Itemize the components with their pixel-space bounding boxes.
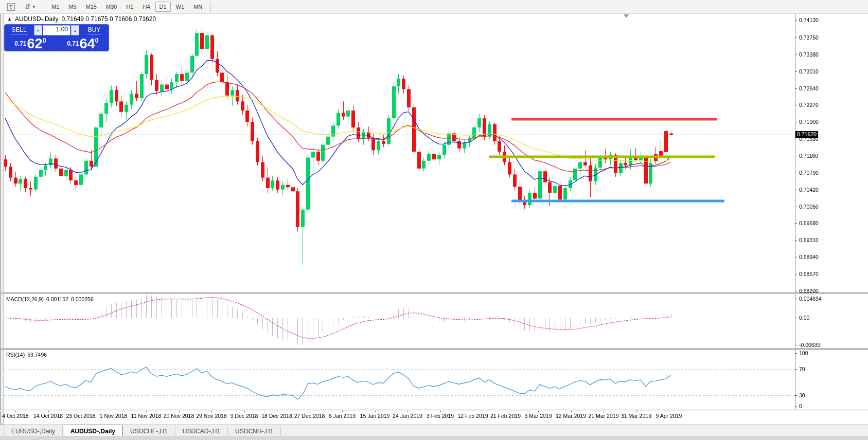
timeframe-h1[interactable]: H1: [122, 2, 137, 12]
date-label: 3 Feb 2019: [422, 413, 458, 419]
price-axis-label: 0.70420: [799, 187, 819, 193]
price-axis-label: 0.71160: [799, 153, 818, 159]
date-label: 20 Nov 2018: [161, 413, 197, 419]
date-label: 12 Feb 2019: [455, 413, 491, 419]
date-label: 4 Oct 2018: [0, 413, 33, 419]
symbol-period-label: AUDUSD-,Daily: [15, 15, 59, 23]
volume-decrease-button[interactable]: ▼: [34, 25, 42, 35]
timeframe-w1[interactable]: W1: [172, 2, 189, 12]
price-axis-label: 0.73010: [799, 68, 819, 75]
macd-axis-label: -0.00639: [799, 342, 820, 348]
date-label: 12 Mar 2019: [553, 413, 589, 419]
rsi-axis-label: 100: [799, 350, 808, 356]
cursor-mode-button[interactable]: ⇵ ▼: [22, 1, 39, 12]
current-price-tag: 0.71620: [795, 131, 818, 138]
rsi-axis-label: 70: [799, 366, 805, 372]
price-axis-label: 0.70050: [799, 204, 819, 210]
price-axis-label: 0.70790: [799, 170, 819, 176]
timeframe-group: M1M5M15M30H1H4D1W1MN: [47, 2, 207, 12]
date-label: 23 Oct 2018: [63, 413, 99, 419]
buy-button-label: BUY: [87, 26, 102, 34]
text-tool-icon: T: [7, 3, 15, 11]
chevron-down-icon: ▼: [32, 5, 36, 9]
price-axis-label: 0.71900: [799, 119, 819, 125]
timeframe-h4[interactable]: H4: [138, 2, 154, 12]
text-label-tool-button[interactable]: T: [4, 1, 17, 12]
date-label: 1 Nov 2018: [96, 413, 132, 419]
sell-price-big: 62: [27, 37, 43, 50]
tab-usdcadh1[interactable]: USDCAD-,H1: [175, 426, 228, 436]
macd-signal-value: 0.000256: [71, 296, 94, 302]
tab-usdchfh1[interactable]: USDCHF-,H1: [123, 426, 175, 436]
ohlc-values: 0.71649 0.71675 0.71606 0.71620: [62, 15, 156, 23]
price-axis-label: 0.73750: [799, 34, 819, 41]
date-label: 21 Feb 2019: [488, 413, 524, 419]
macd-label: MACD(12,26,9)0.0011520.000256: [6, 296, 94, 302]
price-axis-label: 0.69310: [799, 237, 819, 243]
chart-tab-bar: EURUSD-,DailyAUDUSD-,DailyUSDCHF-,H1USDC…: [0, 425, 868, 436]
date-label: 27 Dec 2018: [292, 413, 328, 419]
rsi-panel-splitter[interactable]: [0, 348, 868, 350]
date-label: 24 Jan 2019: [389, 413, 426, 419]
date-label: 29 Nov 2018: [193, 413, 229, 419]
volume-input[interactable]: 1.00: [43, 25, 70, 35]
macd-panel-splitter[interactable]: [0, 292, 868, 294]
price-axis-separator: [795, 14, 795, 410]
price-axis-label: 0.68570: [799, 271, 819, 277]
symbol-marker-icon: ▲: [7, 16, 12, 22]
tab-eurusddaily[interactable]: EURUSD-,Daily: [4, 426, 63, 436]
sell-price-prefix: 0.71: [14, 40, 26, 47]
rsi-axis-label: 30: [799, 392, 805, 398]
timeframe-m15[interactable]: M15: [82, 2, 101, 12]
date-label: 11 Nov 2018: [128, 413, 164, 419]
macd-name: MACD(12,26,9): [6, 296, 44, 302]
top-toolbar: T ⇵ ▼ M1M5M15M30H1H4D1W1MN: [0, 0, 868, 14]
date-label: 14 Oct 2018: [30, 413, 66, 419]
volume-increase-button[interactable]: ▲: [71, 25, 79, 35]
price-axis-label: 0.72640: [799, 85, 819, 91]
chart-shift-marker[interactable]: [624, 14, 629, 18]
price-axis-label: 0.73380: [799, 51, 819, 58]
price-axis-label: 0.68200: [799, 288, 819, 294]
mt4-window: T ⇵ ▼ M1M5M15M30H1H4D1W1MN ▲ AUDUSD-,Dai…: [0, 0, 868, 440]
timeframe-m5[interactable]: M5: [64, 2, 80, 12]
sell-button[interactable]: SELL: [5, 25, 33, 36]
date-label: 21 Mar 2019: [586, 413, 622, 419]
timeframe-m30[interactable]: M30: [102, 2, 121, 12]
toolbar-separator: [210, 2, 211, 12]
toolbar-separator: [43, 2, 43, 12]
price-axis-label: 0.72270: [799, 102, 819, 108]
rsi-value: 59.7496: [27, 352, 47, 358]
sell-price[interactable]: 0.71 62 0: [5, 36, 57, 51]
tab-audusddaily[interactable]: AUDUSD-,Daily: [63, 425, 123, 436]
buy-button[interactable]: BUY: [80, 25, 109, 36]
one-click-trading-panel: SELL ▼ 1.00 ▲ BUY 0.71 62 0 0.: [4, 24, 109, 51]
date-label: 9 Dec 2018: [226, 413, 262, 419]
window-left-border: [0, 14, 4, 425]
cursor-mode-icon: ⇵: [25, 3, 31, 11]
price-axis-label: 0.74130: [799, 17, 819, 23]
chart-canvas[interactable]: [0, 0, 868, 440]
macd-axis-label: 0.004694: [799, 296, 822, 302]
timeframe-d1[interactable]: D1: [155, 2, 171, 12]
date-axis-separator: [0, 410, 868, 411]
date-label: 31 Mar 2019: [618, 413, 654, 419]
tab-bar-notch: [0, 425, 4, 436]
buy-price-prefix: 0.71: [67, 40, 79, 47]
rsi-label: RSI(14)59.7496: [6, 352, 47, 358]
price-axis-label: 0.68940: [799, 254, 819, 260]
macd-main-value: 0.001152: [46, 296, 68, 302]
date-label: 15 Jan 2019: [357, 413, 393, 419]
tab-usdcnhh1[interactable]: USDCNH-,H1: [228, 426, 281, 436]
macd-axis-label: 0.00: [799, 315, 809, 321]
sell-button-label: SELL: [10, 26, 27, 34]
rsi-name: RSI(14): [6, 352, 25, 358]
timeframe-m1[interactable]: M1: [47, 2, 63, 12]
timeframe-mn[interactable]: MN: [189, 2, 206, 12]
sell-price-sup: 0: [43, 36, 46, 44]
buy-price[interactable]: 0.71 64 0: [57, 36, 109, 51]
date-label: 9 Apr 2019: [651, 413, 687, 419]
price-axis-label: 0.69680: [799, 220, 819, 226]
date-label: 6 Jan 2019: [324, 413, 360, 419]
date-label: 3 Mar 2019: [520, 413, 556, 419]
